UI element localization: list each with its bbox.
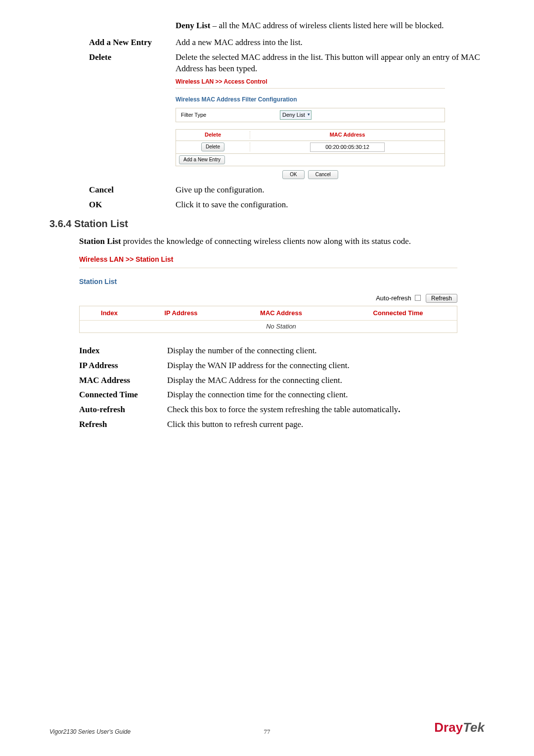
deny-list-rest: – all the MAC address of wireless client… bbox=[210, 21, 444, 30]
auto-refresh-checkbox[interactable] bbox=[415, 295, 421, 301]
filter-type-select[interactable]: Deny List bbox=[280, 110, 312, 120]
col-delete: Delete bbox=[176, 131, 250, 139]
deny-list-desc: Deny List – all the MAC address of wirel… bbox=[176, 20, 485, 34]
draytek-logo: DrayTek bbox=[434, 718, 485, 736]
delete-button[interactable]: Delete bbox=[201, 142, 224, 151]
section-para-bold: Station List bbox=[79, 236, 121, 246]
deny-list-bold: Deny List bbox=[176, 21, 210, 30]
term-connected-time: Connected Time bbox=[49, 389, 167, 401]
term-index: Index bbox=[49, 345, 167, 357]
desc-refresh: Click this button to refresh current pag… bbox=[167, 419, 485, 430]
sl-col-index: Index bbox=[80, 309, 139, 318]
term-ip: IP Address bbox=[49, 360, 167, 372]
desc-delete: Delete the selected MAC address in the l… bbox=[176, 51, 485, 75]
term-auto-refresh: Auto-refresh bbox=[49, 404, 167, 416]
desc-cancel: Give up the configuration. bbox=[176, 184, 485, 196]
table-row: Delete 00:20:00:05:30:12 bbox=[176, 141, 445, 153]
sl-col-ip: IP Address bbox=[139, 309, 223, 318]
desc-add-new-entry: Add a new MAC address into the list. bbox=[176, 37, 485, 48]
desc-ip: Display the WAN IP address for the conne… bbox=[167, 360, 485, 372]
ac-title: Wireless LAN >> Access Control bbox=[176, 78, 445, 86]
auto-refresh-label: Auto-refresh bbox=[376, 294, 411, 302]
ok-button[interactable]: OK bbox=[282, 170, 304, 179]
sl-title: Wireless LAN >> Station List bbox=[79, 255, 457, 265]
desc-mac: Display the MAC Address for the connecti… bbox=[167, 375, 485, 386]
mac-table: Delete MAC Address Delete 00:20:00:05:30… bbox=[176, 129, 445, 166]
no-station: No Station bbox=[223, 322, 339, 331]
term-delete: Delete bbox=[49, 51, 176, 75]
term-cancel: Cancel bbox=[49, 184, 176, 196]
add-new-entry-button[interactable]: Add a New Entry bbox=[179, 155, 225, 164]
spacer bbox=[49, 20, 176, 34]
term-add-new-entry: Add a New Entry bbox=[49, 37, 176, 48]
desc-ok: Click it to save the configuration. bbox=[176, 199, 485, 211]
footer-left: Vigor2130 Series User's Guide bbox=[49, 728, 131, 736]
section-para: Station List provides the knowledge of c… bbox=[79, 236, 485, 247]
section-heading: 3.6.4 Station List bbox=[49, 217, 485, 231]
term-ok: OK bbox=[49, 199, 176, 211]
station-table: Index IP Address MAC Address Connected T… bbox=[79, 306, 457, 333]
filter-type-row: Filter Type Deny List bbox=[176, 108, 445, 122]
access-control-screenshot: Wireless LAN >> Access Control Wireless … bbox=[176, 78, 445, 179]
desc-connected-time: Display the connection time for the conn… bbox=[167, 389, 485, 401]
cancel-button[interactable]: Cancel bbox=[308, 170, 338, 179]
desc-auto-refresh: Check this box to force the system refre… bbox=[167, 404, 485, 416]
mac-value[interactable]: 00:20:00:05:30:12 bbox=[310, 142, 385, 152]
desc-index: Display the number of the connecting cli… bbox=[167, 345, 485, 357]
ac-subtitle: Wireless MAC Address Filter Configuratio… bbox=[176, 95, 445, 104]
refresh-button[interactable]: Refresh bbox=[426, 294, 457, 303]
sl-subtitle: Station List bbox=[79, 277, 457, 287]
sl-col-mac: MAC Address bbox=[223, 309, 339, 318]
term-refresh: Refresh bbox=[49, 419, 167, 430]
term-mac: MAC Address bbox=[49, 375, 167, 386]
footer: Vigor2130 Series User's Guide 77 DrayTek bbox=[49, 718, 485, 736]
station-list-screenshot: Wireless LAN >> Station List Station Lis… bbox=[79, 255, 457, 333]
table-row: No Station bbox=[80, 320, 457, 332]
sl-col-time: Connected Time bbox=[339, 309, 457, 318]
filter-type-label: Filter Type bbox=[181, 111, 280, 119]
col-mac: MAC Address bbox=[250, 131, 445, 139]
section-para-rest: provides the knowledge of connecting wir… bbox=[121, 236, 411, 246]
page-number: 77 bbox=[264, 727, 270, 736]
